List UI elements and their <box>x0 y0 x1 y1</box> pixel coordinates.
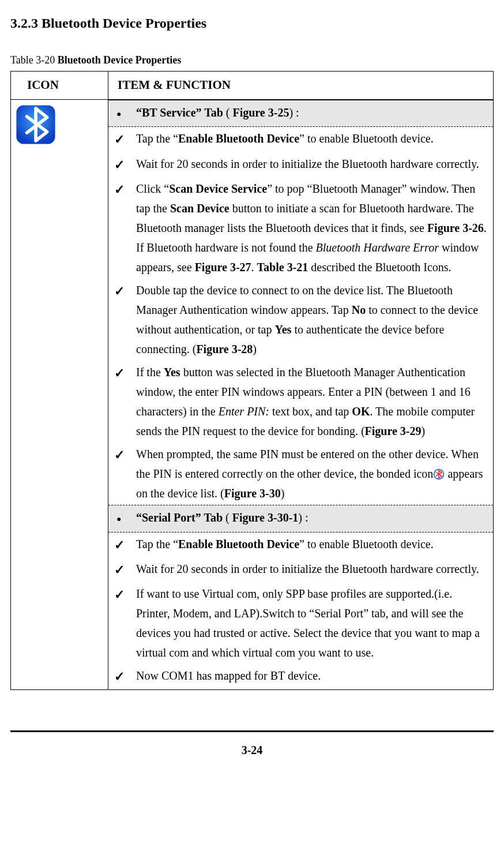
bullet-icon <box>114 508 136 529</box>
list-item: Wait for 20 seconds in order to initiali… <box>108 557 493 582</box>
caption-title: Bluetooth Device Properties <box>58 54 182 66</box>
table-body-row: “BT Service” Tab ( Figure 3-25) :Tap the… <box>11 100 494 690</box>
page-number: 3-24 <box>10 730 494 760</box>
list-item: Double tap the device to connect to on t… <box>108 279 493 361</box>
check-icon <box>114 666 136 687</box>
header-icon: ICON <box>11 72 108 100</box>
item-text: Click “Scan Device Service” to pop “Blue… <box>136 179 488 277</box>
check-icon <box>114 584 136 662</box>
bullet-icon <box>114 103 136 124</box>
check-icon <box>114 280 136 359</box>
item-text: If the Yes button was selected in the Bl… <box>136 362 488 441</box>
item-text: When prompted, the same PIN must be ente… <box>136 444 488 503</box>
item-text: Now COM1 has mapped for BT device. <box>136 666 488 687</box>
tab-header: “Serial Port” Tab ( Figure 3-30-1) : <box>108 505 493 532</box>
item-text: Wait for 20 seconds in order to initiali… <box>136 154 488 175</box>
list-item: Wait for 20 seconds in order to initiali… <box>108 152 493 177</box>
item-text: Double tap the device to connect to on t… <box>136 280 488 359</box>
list-item: Click “Scan Device Service” to pop “Blue… <box>108 177 493 279</box>
list-item: When prompted, the same PIN must be ente… <box>108 443 493 505</box>
section-heading: 3.2.3 Bluetooth Device Properties <box>10 12 494 35</box>
check-icon <box>114 534 136 556</box>
tab-title: “Serial Port” Tab ( Figure 3-30-1) : <box>136 508 488 529</box>
bonded-icon <box>433 468 445 480</box>
check-icon <box>114 559 136 580</box>
check-icon <box>114 179 136 277</box>
list-item: Now COM1 has mapped for BT device. <box>108 664 493 689</box>
list-item: Tap the “Enable Bluetooth Device” to ena… <box>108 533 493 557</box>
caption-prefix: Table 3-20 <box>10 54 58 66</box>
icon-cell <box>11 100 108 690</box>
check-icon <box>114 362 136 441</box>
item-text: Wait for 20 seconds in order to initiali… <box>136 559 488 580</box>
item-text: Tap the “Enable Bluetooth Device” to ena… <box>136 129 488 150</box>
check-icon <box>114 444 136 503</box>
item-text: If want to use Virtual com, only SPP bas… <box>136 584 488 662</box>
tab-header: “BT Service” Tab ( Figure 3-25) : <box>108 100 493 127</box>
check-icon <box>114 129 136 150</box>
properties-table: ICON ITEM & FUNCTION “BT Service” Tab ( … <box>10 71 494 689</box>
content-cell: “BT Service” Tab ( Figure 3-25) :Tap the… <box>108 100 494 690</box>
table-caption: Table 3-20 Bluetooth Device Properties <box>10 51 494 69</box>
item-text: Tap the “Enable Bluetooth Device” to ena… <box>136 534 488 556</box>
list-item: If the Yes button was selected in the Bl… <box>108 361 493 443</box>
tab-title: “BT Service” Tab ( Figure 3-25) : <box>136 103 488 124</box>
header-item: ITEM & FUNCTION <box>108 72 494 100</box>
table-header-row: ICON ITEM & FUNCTION <box>11 72 494 100</box>
bluetooth-icon <box>16 104 56 145</box>
check-icon <box>114 154 136 175</box>
list-item: If want to use Virtual com, only SPP bas… <box>108 582 493 664</box>
list-item: Tap the “Enable Bluetooth Device” to ena… <box>108 127 493 152</box>
